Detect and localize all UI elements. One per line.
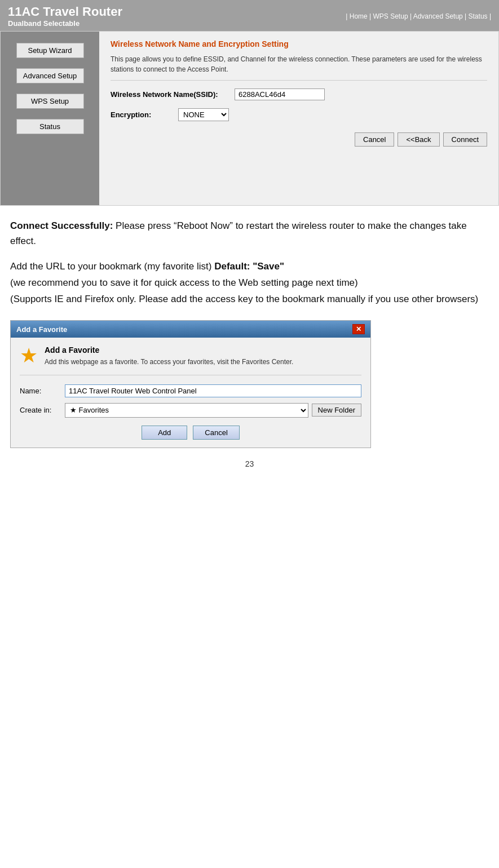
dialog-create-row: Create in: ★ Favorites New Folder: [20, 403, 361, 418]
dialog-create-select[interactable]: ★ Favorites: [65, 403, 308, 418]
router-ui-screenshot: Setup Wizard Advanced Setup WPS Setup St…: [0, 31, 499, 206]
dialog-close-button[interactable]: ✕: [352, 324, 365, 334]
dialog-add-button[interactable]: Add: [142, 426, 187, 440]
button-row: Cancel <<Back Connect: [111, 132, 487, 147]
dialog-create-label: Create in:: [20, 406, 65, 414]
encryption-row: Encryption: NONE: [111, 108, 487, 121]
ssid-label: Wireless Network Name(SSID):: [111, 90, 235, 99]
dialog-name-label: Name:: [20, 387, 65, 395]
sidebar: Setup Wizard Advanced Setup WPS Setup St…: [1, 32, 99, 205]
connect-success-text: Connect Successfully: Please press “Rebo…: [10, 218, 489, 249]
dialog-icon-text: Add a Favorite Add this webpage as a fav…: [45, 346, 293, 367]
create-in-row: ★ Favorites New Folder: [65, 403, 361, 418]
encryption-label: Encryption:: [111, 110, 178, 119]
advanced-setup-button[interactable]: Advanced Setup: [16, 68, 84, 83]
dialog-titlebar: Add a Favorite ✕: [11, 321, 370, 338]
bookmark-line3: (Supports IE and Firefox only. Please ad…: [10, 294, 478, 304]
encryption-select[interactable]: NONE: [178, 108, 229, 121]
back-button[interactable]: <<Back: [398, 132, 439, 147]
bookmark-text: Add the URL to your bookmark (my favorit…: [10, 259, 489, 308]
section-title: Wireless Network Name and Encryption Set…: [111, 39, 487, 48]
dialog-name-input[interactable]: [65, 384, 361, 397]
dialog-name-row: Name:: [20, 384, 361, 397]
star-icon: ★: [20, 346, 38, 366]
dialog-icon-title: Add a Favorite: [45, 346, 293, 355]
add-favorite-dialog: Add a Favorite ✕ ★ Add a Favorite Add th…: [10, 320, 371, 448]
header-title-main: 11AC Travel Router: [8, 5, 122, 19]
header-title-sub: Dualband Selectable: [8, 19, 122, 28]
new-folder-button[interactable]: New Folder: [312, 404, 361, 417]
header: 11AC Travel Router Dualband Selectable |…: [0, 0, 499, 31]
cancel-button[interactable]: Cancel: [355, 132, 394, 147]
dialog-cancel-button[interactable]: Cancel: [193, 426, 239, 440]
wps-setup-button[interactable]: WPS Setup: [16, 94, 84, 109]
page-number: 23: [0, 448, 499, 474]
header-nav[interactable]: | Home | WPS Setup | Advanced Setup | St…: [346, 12, 491, 20]
connect-success-bold: Connect Successfully:: [10, 220, 113, 231]
dialog-icon-desc: Add this webpage as a favorite. To acces…: [45, 358, 293, 366]
bookmark-bold: Default: "Save": [214, 261, 284, 272]
bookmark-line1: Add the URL to your bookmark (my favorit…: [10, 261, 214, 272]
status-button[interactable]: Status: [16, 119, 84, 134]
dialog-icon-row: ★ Add a Favorite Add this webpage as a f…: [20, 346, 361, 375]
setup-wizard-button[interactable]: Setup Wizard: [16, 43, 84, 58]
text-section: Connect Successfully: Please press “Rebo…: [0, 206, 499, 308]
connect-button[interactable]: Connect: [443, 132, 487, 147]
ssid-row: Wireless Network Name(SSID):: [111, 88, 487, 100]
ssid-input[interactable]: [235, 88, 325, 100]
description-text: This page allows you to define ESSID, an…: [111, 54, 487, 81]
dialog-title: Add a Favorite: [16, 325, 67, 334]
dialog-body: ★ Add a Favorite Add this webpage as a f…: [11, 338, 370, 448]
main-panel: Wireless Network Name and Encryption Set…: [99, 32, 498, 205]
bookmark-line2: (we recommend you to save it for quick a…: [10, 277, 358, 288]
dialog-footer-buttons: Add Cancel: [20, 426, 361, 440]
